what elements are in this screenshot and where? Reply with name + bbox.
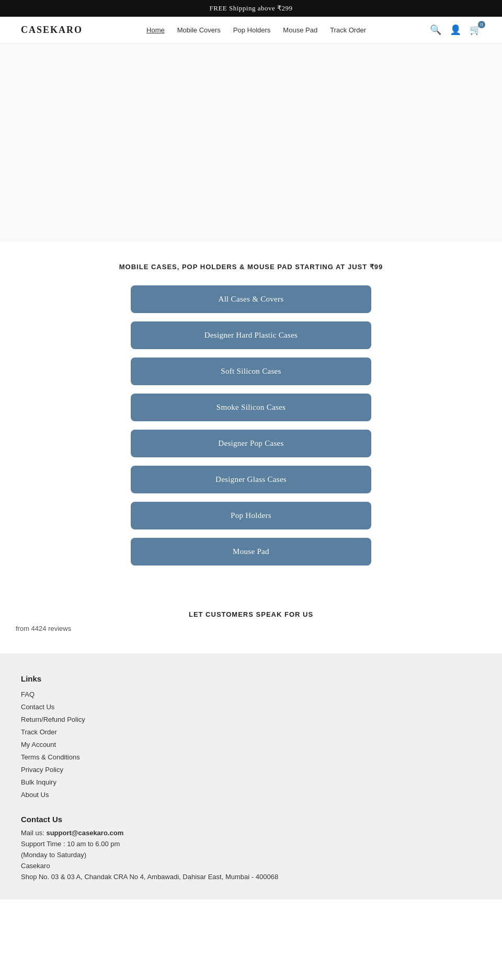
list-item: Terms & Conditions <box>21 753 481 762</box>
list-item: Return/Refund Policy <box>21 716 481 724</box>
list-item: Contact Us <box>21 703 481 711</box>
tagline: MOBILE CASES, POP HOLDERS & MOUSE PAD ST… <box>78 263 424 271</box>
list-item: Track Order <box>21 728 481 736</box>
reviews-count: from 4424 reviews <box>10 625 492 632</box>
footer-link-my-account[interactable]: My Account <box>21 741 56 748</box>
reviews-heading: LET CUSTOMERS SPEAK FOR US <box>10 610 492 618</box>
search-icon[interactable]: 🔍 <box>430 24 441 36</box>
account-icon[interactable]: 👤 <box>450 24 461 36</box>
footer-link-track-order[interactable]: Track Order <box>21 728 57 736</box>
nav-item-home[interactable]: Home <box>146 26 165 34</box>
nav-item-pop-holders[interactable]: Pop Holders <box>233 26 271 34</box>
footer-email[interactable]: support@casekaro.com <box>46 829 123 837</box>
top-banner: FREE Shipping above ₹299 <box>0 0 502 17</box>
cart-badge: 0 <box>478 21 485 28</box>
btn-all-cases[interactable]: All Cases & Covers <box>131 285 371 313</box>
footer-support-time: Support Time : 10 am to 6.00 pm <box>21 840 481 848</box>
btn-designer-glass[interactable]: Designer Glass Cases <box>131 466 371 493</box>
main-content: MOBILE CASES, POP HOLDERS & MOUSE PAD ST… <box>68 242 434 595</box>
main-nav: Home Mobile Covers Pop Holders Mouse Pad… <box>83 26 430 34</box>
btn-soft-silicon[interactable]: Soft Silicon Cases <box>131 358 371 385</box>
list-item: My Account <box>21 741 481 749</box>
footer-link-refund[interactable]: Return/Refund Policy <box>21 716 85 723</box>
footer: Links FAQ Contact Us Return/Refund Polic… <box>0 653 502 900</box>
footer-link-terms[interactable]: Terms & Conditions <box>21 753 80 761</box>
list-item: Privacy Policy <box>21 766 481 774</box>
footer-contact-email-line: Mail us: support@casekaro.com <box>21 829 481 837</box>
list-item: Bulk Inquiry <box>21 778 481 787</box>
footer-contact-section: Contact Us Mail us: support@casekaro.com… <box>21 815 481 881</box>
cart-icon-wrapper[interactable]: 🛒 0 <box>470 24 481 36</box>
nav-item-mouse-pad[interactable]: Mouse Pad <box>283 26 317 34</box>
footer-address: Shop No. 03 & 03 A, Chandak CRA No 4, Am… <box>21 873 481 881</box>
btn-designer-pop[interactable]: Designer Pop Cases <box>131 430 371 457</box>
footer-link-about[interactable]: About Us <box>21 791 49 799</box>
btn-designer-hard-plastic[interactable]: Designer Hard Plastic Cases <box>131 321 371 349</box>
footer-links-list: FAQ Contact Us Return/Refund Policy Trac… <box>21 690 481 799</box>
header: CASEKARO Home Mobile Covers Pop Holders … <box>0 17 502 43</box>
footer-links-section: Links FAQ Contact Us Return/Refund Polic… <box>21 674 481 799</box>
footer-link-bulk[interactable]: Bulk Inquiry <box>21 778 56 786</box>
logo[interactable]: CASEKARO <box>21 25 83 36</box>
banner-text: FREE Shipping above ₹299 <box>209 4 292 12</box>
btn-mouse-pad[interactable]: Mouse Pad <box>131 538 371 566</box>
footer-brand-name: Casekaro <box>21 862 481 870</box>
hero-section <box>0 43 502 242</box>
reviews-section: LET CUSTOMERS SPEAK FOR US from 4424 rev… <box>0 595 502 643</box>
footer-link-privacy[interactable]: Privacy Policy <box>21 766 63 774</box>
footer-links-heading: Links <box>21 674 481 683</box>
footer-mail-prefix: Mail us: <box>21 829 46 837</box>
list-item: FAQ <box>21 690 481 699</box>
btn-smoke-silicon[interactable]: Smoke Silicon Cases <box>131 394 371 421</box>
list-item: About Us <box>21 791 481 799</box>
header-icons: 🔍 👤 🛒 0 <box>430 24 481 36</box>
footer-contact-heading: Contact Us <box>21 815 481 824</box>
nav-item-track-order[interactable]: Track Order <box>330 26 366 34</box>
footer-support-days: (Monday to Saturday) <box>21 851 481 859</box>
footer-link-faq[interactable]: FAQ <box>21 690 35 698</box>
nav-item-mobile-covers[interactable]: Mobile Covers <box>177 26 221 34</box>
btn-pop-holders[interactable]: Pop Holders <box>131 502 371 529</box>
footer-link-contact[interactable]: Contact Us <box>21 703 54 711</box>
